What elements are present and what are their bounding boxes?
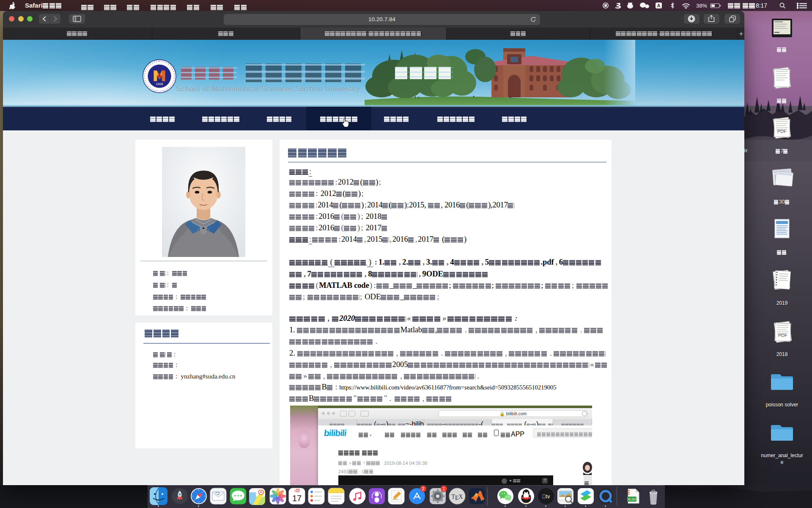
svg-text:PDF: PDF xyxy=(777,129,787,134)
svg-text:A: A xyxy=(657,3,661,8)
svg-text:38%: 38% xyxy=(696,3,707,9)
svg-text:tv: tv xyxy=(542,494,550,500)
svg-text:PDF: PDF xyxy=(778,333,787,338)
svg-text:XLSX: XLSX xyxy=(628,497,636,501)
svg-text:1928: 1928 xyxy=(156,82,163,86)
svg-text:2: 2 xyxy=(294,489,296,493)
svg-text:17: 17 xyxy=(292,494,302,503)
